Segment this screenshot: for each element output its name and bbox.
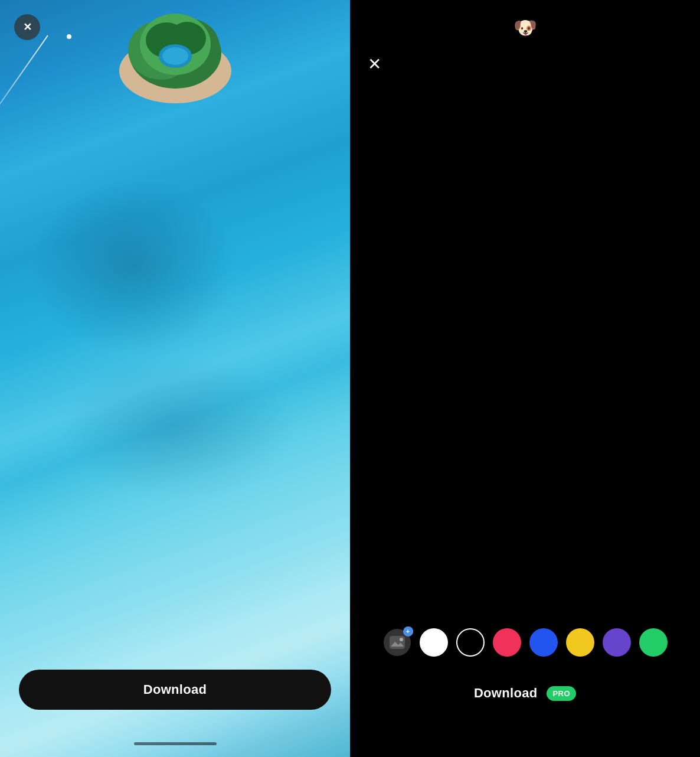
color-green[interactable]: [639, 628, 668, 657]
svg-rect-9: [390, 636, 405, 649]
color-yellow[interactable]: [566, 628, 594, 657]
color-purple[interactable]: [603, 628, 631, 657]
download-button-left[interactable]: Download: [19, 670, 331, 710]
shiba-emoji: 🐶: [513, 17, 537, 39]
color-white-filled[interactable]: [420, 628, 448, 657]
boat: [67, 34, 71, 39]
plus-badge: +: [403, 627, 413, 637]
download-row-right[interactable]: Download PRO: [350, 686, 700, 701]
close-icon-left: ✕: [23, 22, 32, 32]
svg-point-8: [162, 47, 188, 65]
right-panel: 🐶 ✕ + D: [350, 0, 700, 757]
svg-point-10: [400, 638, 403, 641]
download-label-right[interactable]: Download: [474, 686, 538, 701]
ocean-shadow-1: [30, 177, 236, 354]
home-indicator-left: [134, 742, 217, 745]
ocean-shadow-2: [59, 354, 295, 502]
color-pink[interactable]: [493, 628, 521, 657]
color-picker-row: +: [350, 628, 700, 657]
color-white-outline[interactable]: [456, 628, 485, 657]
close-button-right[interactable]: ✕: [368, 56, 381, 73]
island: [102, 0, 249, 106]
close-button-left[interactable]: ✕: [14, 14, 40, 40]
color-blue[interactable]: [529, 628, 558, 657]
image-add-swatch[interactable]: +: [383, 628, 411, 657]
pro-badge[interactable]: PRO: [547, 686, 576, 701]
download-label-left: Download: [143, 682, 207, 697]
left-panel: ✕ Download: [0, 0, 350, 757]
